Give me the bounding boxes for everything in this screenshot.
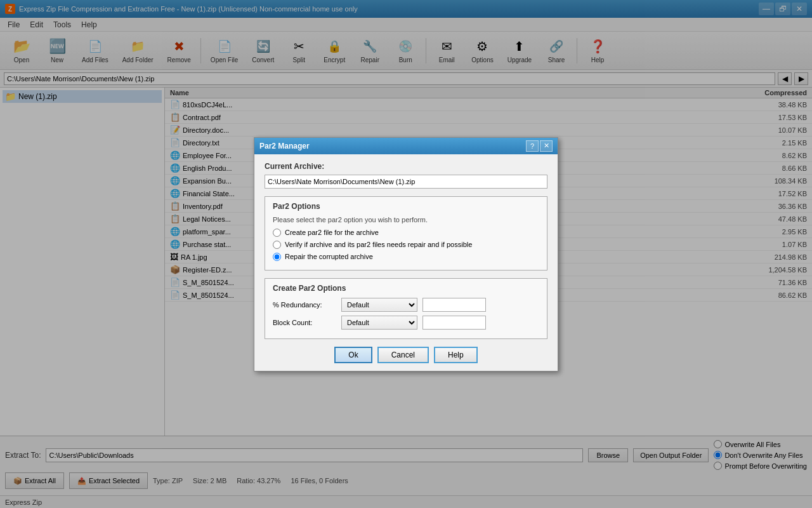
par2-manager-dialog: Par2 Manager ? ✕ Current Archive: Par2 O…: [254, 137, 558, 371]
repair-par2-option[interactable]: Repair the corrupted archive: [273, 253, 539, 261]
repair-par2-label: Repair the corrupted archive: [285, 253, 373, 260]
dialog-body: Current Archive: Par2 Options Please sel…: [254, 154, 558, 371]
redundancy-input[interactable]: [422, 298, 486, 312]
create-par2-options-title: Create Par2 Options: [273, 284, 539, 293]
dialog-buttons: Ok Cancel Help: [265, 347, 547, 363]
verify-par2-radio[interactable]: [273, 241, 281, 249]
current-archive-label: Current Archive:: [265, 162, 547, 171]
par2-options-group: Par2 Options Please select the par2 opti…: [265, 196, 547, 271]
create-par2-option[interactable]: Create par2 file for the archive: [273, 229, 539, 237]
create-par2-label: Create par2 file for the archive: [285, 229, 379, 236]
par2-options-desc: Please select the par2 option you wish t…: [273, 216, 539, 224]
verify-par2-label: Verify if archive and its par2 files nee…: [285, 241, 472, 248]
create-par2-radio[interactable]: [273, 229, 281, 237]
redundancy-row: % Redundancy: Default: [273, 298, 539, 312]
redundancy-label: % Redundancy:: [273, 301, 336, 309]
cancel-button[interactable]: Cancel: [377, 347, 429, 363]
repair-par2-radio[interactable]: [273, 253, 281, 261]
redundancy-select[interactable]: Default: [341, 298, 417, 312]
dialog-help-btn[interactable]: Help: [434, 347, 478, 363]
dialog-title: Par2 Manager: [259, 142, 310, 150]
dialog-titlebar: Par2 Manager ? ✕: [254, 138, 558, 154]
block-count-input[interactable]: [422, 316, 486, 330]
create-par2-options-group: Create Par2 Options % Redundancy: Defaul…: [265, 278, 547, 339]
dialog-title-controls: ? ✕: [526, 140, 553, 152]
block-count-select[interactable]: Default: [341, 316, 417, 330]
ok-button[interactable]: Ok: [334, 347, 372, 363]
dialog-help-button[interactable]: ?: [526, 140, 539, 152]
current-archive-input[interactable]: [265, 175, 547, 189]
dialog-close-button[interactable]: ✕: [540, 140, 553, 152]
par2-options-title: Par2 Options: [273, 202, 539, 211]
block-count-row: Block Count: Default: [273, 316, 539, 330]
verify-par2-option[interactable]: Verify if archive and its par2 files nee…: [273, 241, 539, 249]
current-archive-section: Current Archive:: [265, 162, 547, 189]
block-count-label: Block Count:: [273, 319, 336, 326]
modal-overlay: Par2 Manager ? ✕ Current Archive: Par2 O…: [0, 0, 812, 508]
